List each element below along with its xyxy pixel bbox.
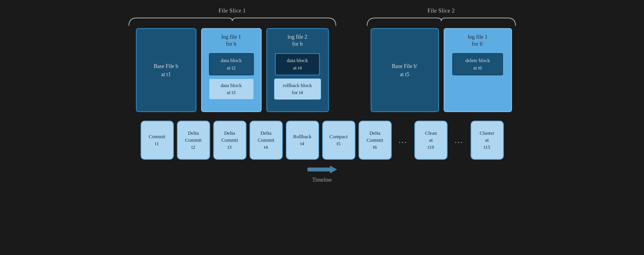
brace-slice1 [125,16,340,27]
svg-rect-1 [307,168,332,171]
base-file-b-prime-panel: Base File b'at t5 [371,28,439,112]
delta-commit-t2-card: DeltaCommitt2 [177,121,210,160]
delta-commit-t6-card: DeltaCommitt6 [359,121,392,160]
timeline-arrow [307,164,338,175]
log-file-1-b-header: log file 1for b [221,34,241,48]
data-block-t4: data blockat t4 [275,53,320,75]
file-slices-section: File Slice 1 Base File bat t1 log file 1… [0,8,644,112]
log-file-2-b-panel: log file 2for b data blockat t4 rollback… [266,28,329,112]
delete-block-t6: delete blockat t6 [452,53,503,75]
main-container: File Slice 1 Base File bat t1 log file 1… [0,0,644,255]
svg-marker-2 [330,166,337,173]
slice1-content: Base File bat t1 log file 1for b data bl… [136,28,329,112]
log-file-1-b-panel: log file 1for b data blockat t2 data blo… [201,28,262,112]
commit-t1-card: Committ1 [141,121,174,160]
delta-commit-t3-card: DeltaCommitt3 [213,121,246,160]
file-slice-1-label: File Slice 1 [219,8,246,14]
compact-t5-card: Compactt5 [322,121,355,160]
log-file-1-b-prime-header: log file 1for b' [468,34,488,48]
dots-2: ... [455,135,464,145]
slice2-content: Base File b'at t5 log file 1for b' delet… [371,28,512,112]
data-block-t2: data blockat t2 [209,53,254,75]
base-file-b-text: Base File bat t1 [154,62,178,78]
rollback-block-t4: rollback blockfor t4 [274,78,321,100]
brace-slice2 [363,16,519,27]
timeline-label: Timeline [312,177,332,183]
arrow-container: Timeline [307,164,338,183]
rollback-t4-card: Rollbackt4 [286,121,319,160]
log-file-2-b-header: log file 2for b [287,34,307,48]
file-slice-1-group: File Slice 1 Base File bat t1 log file 1… [125,8,340,112]
dots-1: ... [399,135,408,145]
cluster-t15-card: Clusteratt15 [471,121,504,160]
file-slice-2-group: File Slice 2 Base File b'at t5 log file … [363,8,519,112]
log-file-1-b-prime-panel: log file 1for b' delete blockat t6 [444,28,512,112]
delta-commit-t4-card: DeltaCommitt4 [250,121,283,160]
base-file-b-panel: Base File bat t1 [136,28,196,112]
base-file-b-prime-text: Base File b'at t5 [392,62,417,78]
clean-t10-card: Cleanatt10 [414,121,448,160]
commits-row: Committ1 DeltaCommitt2 DeltaCommitt3 Del… [141,121,504,160]
timeline-section: Committ1 DeltaCommitt2 DeltaCommitt3 Del… [0,121,644,183]
file-slice-2-label: File Slice 2 [428,8,455,14]
data-block-t3: data blockat t3 [209,78,254,100]
